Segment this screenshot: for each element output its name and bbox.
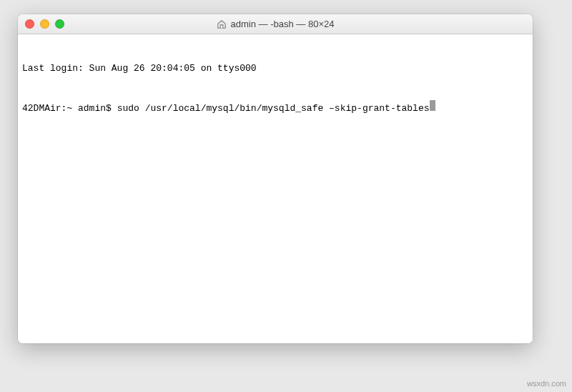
minimize-button[interactable] xyxy=(40,19,49,29)
traffic-lights xyxy=(18,19,64,29)
close-button[interactable] xyxy=(25,19,34,29)
terminal-content[interactable]: Last login: Sun Aug 26 20:04:05 on ttys0… xyxy=(18,34,533,343)
home-icon xyxy=(217,19,227,29)
last-login-line: Last login: Sun Aug 26 20:04:05 on ttys0… xyxy=(22,62,528,75)
window-titlebar[interactable]: admin — -bash — 80×24 xyxy=(18,14,533,34)
watermark-text: wsxdn.com xyxy=(527,379,566,388)
shell-prompt: 42DMAir:~ admin$ xyxy=(22,102,117,115)
prompt-line: 42DMAir:~ admin$ sudo /usr/local/mysql/b… xyxy=(22,100,528,115)
window-title-group: admin — -bash — 80×24 xyxy=(217,19,335,29)
text-cursor xyxy=(430,100,435,111)
window-title: admin — -bash — 80×24 xyxy=(231,19,335,29)
terminal-window: admin — -bash — 80×24 Last login: Sun Au… xyxy=(18,14,533,343)
command-text: sudo /usr/local/mysql/bin/mysqld_safe –s… xyxy=(117,102,430,115)
maximize-button[interactable] xyxy=(55,19,64,29)
